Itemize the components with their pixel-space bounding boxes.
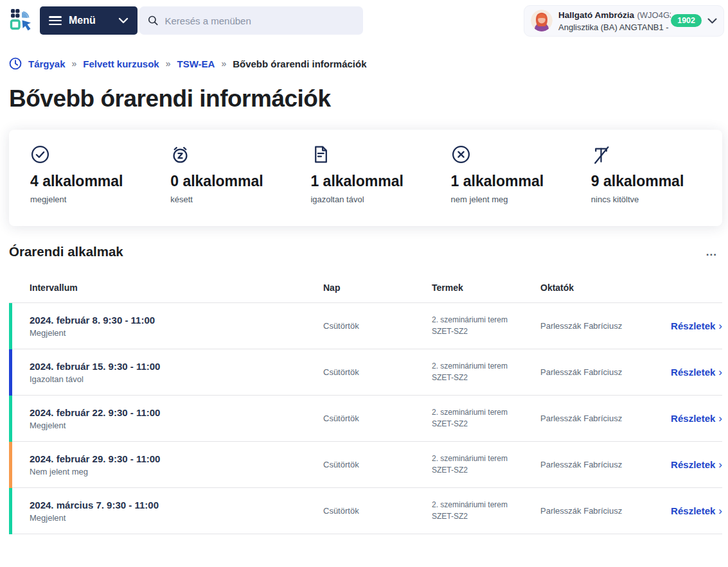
instructor-cell: Parlesszák Fabríciusz <box>540 506 649 516</box>
stat-label: megjelent <box>30 195 161 204</box>
history-clock-icon <box>9 57 22 70</box>
menu-button[interactable]: Menü <box>40 6 138 35</box>
ellipsis-menu-button[interactable]: ... <box>706 247 717 257</box>
interval-date: 2024. február 22. 9:30 - 11:00 <box>30 407 323 418</box>
stat-kesett: 0 alkalommal késett <box>161 144 301 226</box>
text-slash-icon <box>591 144 722 165</box>
section-header: Órarendi alkalmak ... <box>9 244 722 259</box>
chevron-right-icon: › <box>718 320 722 332</box>
chevron-right-icon: › <box>718 505 722 517</box>
attendance-status: Igazoltan távol <box>30 374 323 384</box>
details-link[interactable]: Részletek› <box>671 505 722 516</box>
breadcrumb-current: Bővebb órarendi információk <box>233 58 366 69</box>
instructor-cell: Parlesszák Fabríciusz <box>540 414 649 423</box>
day-cell: Csütörtök <box>323 321 432 331</box>
table-header-row: Intervallum Nap Termek Oktatók <box>9 272 722 303</box>
instructor-cell: Parlesszák Fabríciusz <box>540 460 649 469</box>
section-title: Órarendi alkalmak <box>9 244 123 259</box>
breadcrumb-separator: » <box>166 58 171 69</box>
stat-label: nem jelent meg <box>451 195 582 204</box>
breadcrumb-felvett-kurzusok[interactable]: Felvett kurzusok <box>83 58 159 69</box>
breadcrumb-separator: » <box>72 58 77 69</box>
attendance-status: Nem jelent meg <box>30 467 323 476</box>
attendance-summary-card: 4 alkalommal megjelent 0 alkalommal kése… <box>9 130 722 226</box>
chevron-right-icon: › <box>718 366 722 378</box>
interval-cell: 2024. február 8. 9:30 - 11:00 Megjelent <box>30 315 323 338</box>
user-info: Hallgató Ambrózia (WJO4G3) Anglisztika (… <box>558 8 671 33</box>
column-header-oktatok: Oktatók <box>540 283 649 293</box>
stat-nem-jelent-meg: 1 alkalommal nem jelent meg <box>442 144 582 226</box>
chevron-right-icon: › <box>718 412 722 424</box>
stat-value: 0 alkalommal <box>170 173 301 190</box>
attendance-status: Megjelent <box>30 421 323 430</box>
user-code: (WJO4G3) <box>637 10 671 20</box>
details-link[interactable]: Részletek› <box>671 413 722 424</box>
user-menu[interactable]: Hallgató Ambrózia (WJO4G3) Anglisztika (… <box>524 5 724 37</box>
attendance-status: Megjelent <box>30 328 323 338</box>
breadcrumb: Tárgyak » Felvett kurzusok » TSW-EA » Bő… <box>9 57 722 70</box>
details-link[interactable]: Részletek› <box>671 459 722 470</box>
user-program: Anglisztika (BA) ANGTANB1 - alapkép... <box>558 22 671 33</box>
interval-cell: 2024. március 7. 9:30 - 11:00 Megjelent <box>30 500 323 523</box>
stat-nincs-kitoltve: 9 alkalommal nincs kitöltve <box>582 144 722 226</box>
column-header-intervallum: Intervallum <box>30 283 323 293</box>
instructor-cell: Parlesszák Fabríciusz <box>540 321 649 331</box>
stat-value: 4 alkalommal <box>30 173 161 190</box>
breadcrumb-targyak[interactable]: Tárgyak <box>28 58 66 69</box>
chevron-down-icon <box>118 17 129 24</box>
schedule-table: Intervallum Nap Termek Oktatók 2024. feb… <box>9 272 722 534</box>
top-bar: Menü Hallgató <box>0 0 728 41</box>
table-row: 2024. február 22. 9:30 - 11:00 Megjelent… <box>9 396 722 442</box>
table-row: 2024. február 8. 9:30 - 11:00 Megjelent … <box>9 303 722 349</box>
stat-label: igazoltan távol <box>310 195 441 204</box>
table-row: 2024. március 7. 9:30 - 11:00 Megjelent … <box>9 488 722 534</box>
room-cell: 2. szemináriumi terem SZET-SZ2 <box>432 453 529 476</box>
room-cell: 2. szemináriumi terem SZET-SZ2 <box>432 361 529 383</box>
interval-cell: 2024. február 15. 9:30 - 11:00 Igazoltan… <box>30 361 323 384</box>
stat-value: 9 alkalommal <box>591 173 722 190</box>
day-cell: Csütörtök <box>323 460 432 469</box>
instructor-cell: Parlesszák Fabríciusz <box>540 367 649 377</box>
neptun-logo-icon <box>9 7 33 34</box>
day-cell: Csütörtök <box>323 506 432 516</box>
room-cell: 2. szemináriumi terem SZET-SZ2 <box>432 315 529 337</box>
interval-cell: 2024. február 29. 9:30 - 11:00 Nem jelen… <box>30 453 323 476</box>
page-content: Tárgyak » Felvett kurzusok » TSW-EA » Bő… <box>0 57 728 534</box>
chevron-right-icon: › <box>718 458 722 471</box>
avatar <box>531 10 553 31</box>
hamburger-icon <box>49 16 62 25</box>
stat-value: 1 alkalommal <box>310 173 441 190</box>
stat-label: késett <box>170 195 301 204</box>
day-cell: Csütörtök <box>323 367 432 377</box>
search-input[interactable] <box>165 15 355 26</box>
interval-date: 2024. február 8. 9:30 - 11:00 <box>30 315 323 326</box>
room-cell: 2. szemináriumi terem SZET-SZ2 <box>432 407 529 430</box>
stat-value: 1 alkalommal <box>451 173 582 190</box>
document-icon <box>310 144 441 165</box>
chevron-down-icon[interactable] <box>707 18 717 24</box>
training-badge: 1902 <box>671 14 702 27</box>
interval-date: 2024. február 29. 9:30 - 11:00 <box>30 453 323 464</box>
interval-date: 2024. február 15. 9:30 - 11:00 <box>30 361 323 372</box>
attendance-status: Megjelent <box>30 513 323 523</box>
details-link[interactable]: Részletek› <box>671 367 722 378</box>
menu-label: Menü <box>69 15 96 26</box>
details-link[interactable]: Részletek› <box>671 320 722 331</box>
check-circle-icon <box>30 144 161 165</box>
breadcrumb-tsw-ea[interactable]: TSW-EA <box>177 58 215 69</box>
column-header-termek: Termek <box>432 283 540 293</box>
stat-label: nincs kitöltve <box>591 195 722 204</box>
search-icon <box>148 15 159 26</box>
day-cell: Csütörtök <box>323 414 432 423</box>
column-header-nap: Nap <box>323 283 432 293</box>
user-name: Hallgató Ambrózia <box>558 10 634 20</box>
interval-cell: 2024. február 22. 9:30 - 11:00 Megjelent <box>30 407 323 430</box>
stat-igazoltan-tavol: 1 alkalommal igazoltan távol <box>301 144 441 226</box>
menu-search <box>139 6 363 35</box>
table-row: 2024. február 29. 9:30 - 11:00 Nem jelen… <box>9 442 722 488</box>
breadcrumb-separator: » <box>221 58 226 69</box>
snooze-clock-icon <box>170 144 301 165</box>
x-circle-icon <box>451 144 582 165</box>
table-row: 2024. február 15. 9:30 - 11:00 Igazoltan… <box>9 349 722 396</box>
interval-date: 2024. március 7. 9:30 - 11:00 <box>30 500 323 510</box>
